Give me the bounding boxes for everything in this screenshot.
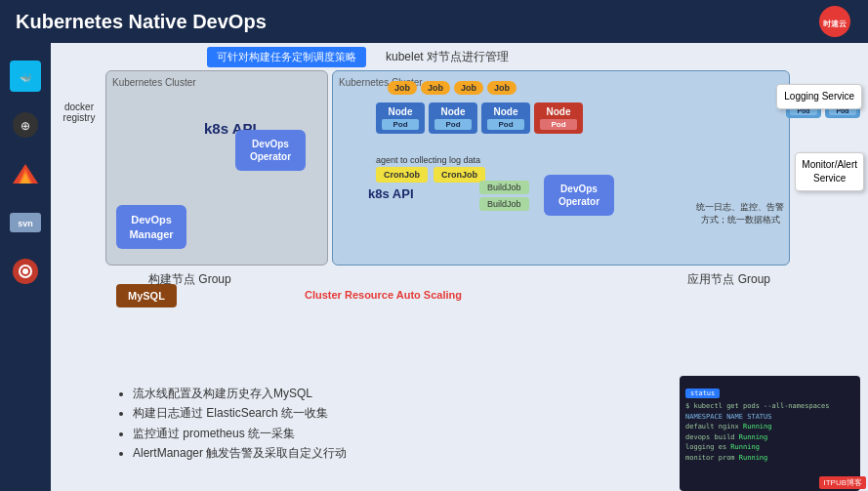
nodes-row: NodePod NodePod NodePod NodePod <box>376 102 583 134</box>
job-box-2: Job <box>421 81 450 95</box>
logging-service-box: Logging Service <box>776 84 862 109</box>
kubelet-text: kubelet 对节点进行管理 <box>386 49 509 65</box>
docker-registry-label: docker registry <box>55 102 103 123</box>
k8s-api-right: k8s API <box>368 186 414 201</box>
devops-operator-right: DevOpsOperator <box>544 175 614 216</box>
page-title: Kubernetes Native DevOps <box>16 11 267 33</box>
node-1: NodePod <box>376 102 425 134</box>
main-content: 🐳 ⊕ svn <box>0 43 868 491</box>
svg-text:svn: svn <box>18 219 33 228</box>
top-annotation: 可针对构建任务定制调度策略 kubelet 对节点进行管理 <box>207 47 868 67</box>
logo: 时速云 <box>817 4 852 39</box>
gitlab-icon <box>8 156 43 191</box>
cluster-left: Kubernetes Cluster k8s API DevOpsOperato… <box>105 70 328 266</box>
node-2: NodePod <box>429 102 477 134</box>
jobs-row: Job Job Job Job <box>388 81 517 95</box>
cronjob-row: CronJob CronJob <box>376 167 485 183</box>
buildjob-2: BuildJob <box>479 197 529 211</box>
group-right-label: 应用节点 Group <box>687 271 770 288</box>
svn-icon: svn <box>8 205 43 240</box>
unify-text: 统一日志、监控、告警方式；统一数据格式 <box>696 201 784 225</box>
bottom-section: 流水线配置及构建历史存入MySQL 构建日志通过 ElasticSearch 统… <box>105 376 860 491</box>
logo-icon: 时速云 <box>817 4 852 39</box>
node-4-red: NodePod <box>534 102 583 134</box>
devops-operator-left: DevOpsOperator <box>235 130 306 171</box>
job-box-4: Job <box>487 81 517 95</box>
cluster-right: Kubernetes Cluster Job Job Job Job NodeP… <box>332 70 790 266</box>
svg-text:时速云: 时速云 <box>823 20 847 28</box>
bullet-3: 监控通过 prometheus 统一采集 <box>133 424 660 443</box>
bullet-list: 流水线配置及构建历史存入MySQL 构建日志通过 ElasticSearch 统… <box>105 376 672 491</box>
scaling-text: Cluster Resource Auto Scaling <box>305 289 462 301</box>
buildjob-col: BuildJob BuildJob <box>479 181 529 211</box>
cronjob-1: CronJob <box>376 167 428 183</box>
agent-text: agent to collecting log data <box>376 155 480 165</box>
cluster-left-label: Kubernetes Cluster <box>112 77 321 88</box>
itpub-badge: ITPUB博客 <box>819 476 866 489</box>
buildjob-1: BuildJob <box>479 181 529 194</box>
cronjob-2: CronJob <box>434 167 485 183</box>
terminal-preview: status $ kubectl get pods --all-namespac… <box>680 376 860 491</box>
monitor-service-box: Monitor/AlertService <box>795 152 864 191</box>
node-3: NodePod <box>481 102 530 134</box>
job-box-3: Job <box>454 81 483 95</box>
bullet-1: 流水线配置及构建历史存入MySQL <box>133 384 660 403</box>
job-box-1: Job <box>388 81 417 95</box>
group-left-label: 构建节点 Group <box>148 271 231 288</box>
bullet-4: AlertManager 触发告警及采取自定义行动 <box>133 443 660 463</box>
devops-manager: DevOpsManager <box>116 205 186 249</box>
terminal-content: $ kubectl get pods --all-namespaces NAME… <box>685 401 854 463</box>
bullet-2: 构建日志通过 ElasticSearch 统一收集 <box>133 403 660 423</box>
header: Kubernetes Native DevOps 时速云 <box>0 0 868 43</box>
svg-point-13 <box>22 268 28 274</box>
annotation-box: 可针对构建任务定制调度策略 <box>207 47 366 67</box>
svg-text:⊕: ⊕ <box>21 119 30 133</box>
svg-text:🐳: 🐳 <box>20 71 32 84</box>
github-icon: ⊕ <box>8 107 43 143</box>
docker-icon: 🐳 <box>8 59 43 94</box>
content-area: docker registry 可针对构建任务定制调度策略 kubelet 对节… <box>51 43 868 491</box>
sidebar: 🐳 ⊕ svn <box>0 43 51 491</box>
gear-icon <box>8 254 43 289</box>
